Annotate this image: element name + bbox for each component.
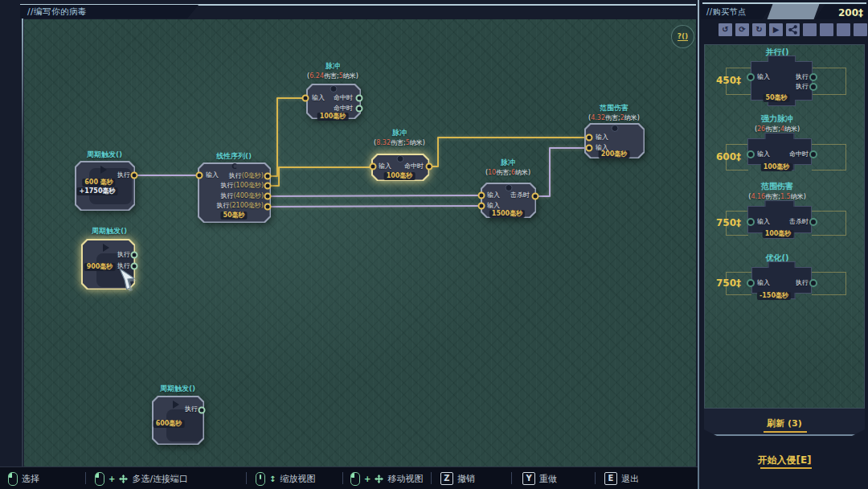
port-input[interactable] bbox=[478, 203, 485, 210]
shop-title: //购买节点 bbox=[706, 6, 747, 18]
mouse-cursor bbox=[117, 268, 140, 294]
port-label-input: 输入 bbox=[487, 191, 500, 199]
port-label-onhit: 命中时 bbox=[334, 105, 353, 113]
slot-repeat-icon[interactable]: ↺ bbox=[719, 23, 732, 36]
port-output[interactable] bbox=[264, 183, 272, 190]
port-label-onhit: 命中时 bbox=[334, 94, 353, 102]
port-label-exec: 执行 bbox=[796, 73, 809, 81]
port-input[interactable] bbox=[370, 163, 377, 171]
updown-icon: ↕ bbox=[269, 475, 276, 483]
node-title: 周期触发() bbox=[160, 384, 195, 394]
slot-empty[interactable] bbox=[854, 23, 867, 36]
port-input[interactable] bbox=[302, 95, 309, 102]
port-label-input: 输入 bbox=[312, 94, 325, 102]
node-title: 脉冲 bbox=[392, 128, 407, 138]
node-title: 范围伤害 bbox=[600, 103, 628, 113]
plus-icon: + bbox=[364, 475, 371, 483]
node-gem bbox=[611, 125, 618, 132]
start-intrusion-button[interactable]: 开始入侵[E] bbox=[704, 454, 865, 467]
port-input[interactable] bbox=[478, 192, 485, 199]
item-duration: 100毫秒 bbox=[761, 163, 792, 171]
port-input[interactable] bbox=[747, 279, 755, 287]
divider bbox=[595, 472, 596, 484]
port-label-input: 输入 bbox=[379, 162, 391, 171]
port-output[interactable] bbox=[356, 95, 363, 102]
hint-label: 选择 bbox=[22, 473, 39, 485]
divider bbox=[342, 472, 343, 484]
port-output[interactable] bbox=[199, 407, 206, 414]
port-label-exec: 执行 bbox=[117, 171, 130, 179]
port-input[interactable] bbox=[747, 73, 755, 81]
port-label-exec: 执行 bbox=[117, 251, 130, 259]
port-output[interactable] bbox=[264, 203, 272, 211]
port-output[interactable] bbox=[809, 150, 817, 158]
slot-empty[interactable] bbox=[820, 23, 833, 36]
money-value: 200‡ bbox=[838, 7, 868, 18]
divider bbox=[431, 472, 432, 484]
trigger-offset-value: +1750毫秒 bbox=[77, 187, 118, 195]
play-icon bbox=[100, 166, 107, 174]
refresh-label: 刷新 (3) bbox=[704, 417, 865, 429]
port-label-exec: 执行(400毫秒) bbox=[220, 192, 264, 200]
port-input[interactable] bbox=[747, 218, 755, 226]
port-output[interactable] bbox=[809, 73, 817, 81]
port-output[interactable] bbox=[356, 105, 363, 113]
hint-undo: Z 撤销 bbox=[440, 471, 475, 486]
hint-label: 多选/连接端口 bbox=[132, 473, 188, 485]
port-output[interactable] bbox=[264, 193, 272, 200]
slot-share-icon[interactable] bbox=[786, 23, 800, 36]
play-icon bbox=[103, 244, 109, 252]
port-label-exec: 执行 bbox=[185, 405, 198, 413]
port-output[interactable] bbox=[809, 83, 817, 91]
refresh-underline bbox=[764, 431, 807, 433]
port-label-exec: 执行 bbox=[796, 83, 809, 91]
node-subtitle: (10伤害;6纳米) bbox=[485, 168, 530, 177]
node-duration: 100毫秒 bbox=[384, 172, 416, 180]
port-input[interactable] bbox=[586, 145, 593, 152]
port-label-exec: 执行 bbox=[796, 279, 809, 287]
slot-cycle-icon[interactable]: ⟳ bbox=[735, 23, 749, 36]
port-label-input: 输入 bbox=[757, 73, 770, 81]
hint-redo: Y 重做 bbox=[522, 471, 557, 486]
node-duration: 100毫秒 bbox=[317, 113, 349, 121]
node-subtitle: (4.32伤害;2纳米) bbox=[588, 113, 640, 122]
divider bbox=[511, 472, 512, 484]
move-cross-icon bbox=[119, 475, 128, 483]
key-z: Z bbox=[440, 472, 453, 485]
node-duration: 50毫秒 bbox=[220, 212, 247, 220]
shop-item-title: 范围伤害 bbox=[761, 181, 793, 192]
port-output[interactable] bbox=[809, 218, 817, 226]
trigger-interval-value: 900毫秒 bbox=[84, 263, 116, 271]
port-output[interactable] bbox=[426, 163, 433, 171]
divider bbox=[246, 472, 247, 484]
port-input[interactable] bbox=[196, 172, 203, 179]
hint-select: 选择 bbox=[8, 471, 39, 486]
port-bracket bbox=[812, 144, 846, 171]
node-subtitle: (8.32伤害;5纳米) bbox=[374, 138, 425, 147]
port-output[interactable] bbox=[131, 252, 138, 259]
node-title: 周期触发() bbox=[92, 226, 127, 236]
port-output[interactable] bbox=[532, 193, 539, 200]
port-label-input: 输入 bbox=[757, 150, 770, 158]
port-output[interactable] bbox=[264, 173, 272, 180]
item-price: 750‡ bbox=[710, 217, 741, 228]
item-price: 450‡ bbox=[710, 75, 741, 86]
slot-history-icon[interactable]: ↻ bbox=[752, 23, 766, 36]
port-label-onkill: 击杀时 bbox=[510, 191, 530, 199]
move-cross-icon bbox=[375, 475, 383, 483]
port-output[interactable] bbox=[131, 172, 138, 179]
port-input[interactable] bbox=[586, 134, 593, 142]
item-price: 750‡ bbox=[710, 277, 741, 289]
shop-item-title: 强力脉冲 bbox=[761, 113, 793, 125]
port-output[interactable] bbox=[809, 279, 817, 287]
sequence-icon: C bbox=[231, 163, 237, 171]
node-title: 脉冲 bbox=[326, 61, 340, 72]
hint-label: 缩放视图 bbox=[280, 473, 315, 485]
item-duration: 100毫秒 bbox=[763, 230, 794, 238]
slot-play-icon[interactable]: ▶ bbox=[769, 23, 783, 36]
port-label-exec: 执行(0毫秒) bbox=[229, 172, 264, 180]
port-label-input: 输入 bbox=[206, 171, 219, 179]
slot-empty[interactable] bbox=[837, 23, 850, 36]
slot-empty[interactable] bbox=[803, 23, 817, 36]
port-input[interactable] bbox=[747, 150, 755, 158]
